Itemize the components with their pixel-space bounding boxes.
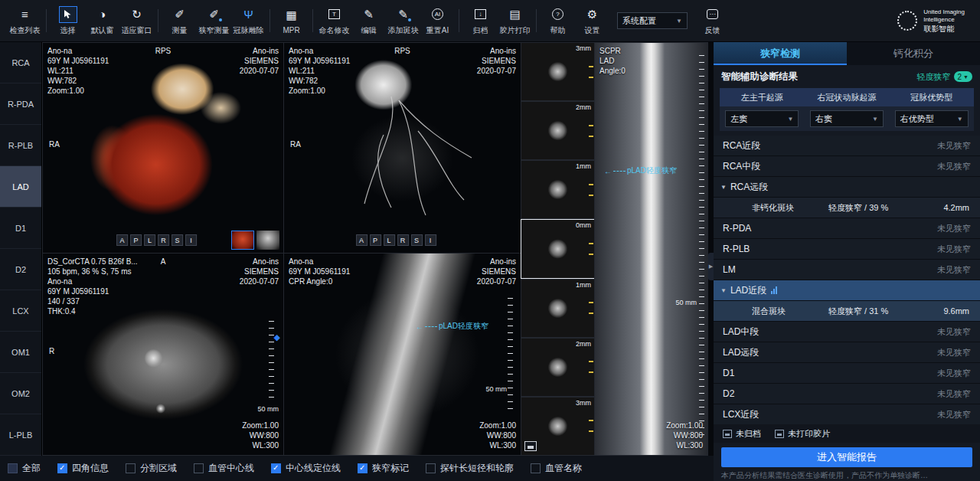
display-option-checkbox[interactable]: 狭窄标记 — [358, 462, 409, 475]
toolbar-label: 帮助 — [550, 25, 566, 36]
toolbar-help[interactable]: ? 帮助 — [541, 1, 575, 41]
display-option-checkbox[interactable]: 血管名称 — [531, 462, 582, 475]
segment-row[interactable]: ▼ RCA远段 — [714, 177, 980, 198]
tab-calcium-score[interactable]: 钙化积分 — [847, 42, 980, 65]
toolbar-archive[interactable]: ↓ 归档 — [463, 1, 498, 41]
dominance-select[interactable]: 右优势型 ▼ — [895, 110, 969, 127]
sidebar-vessel-item[interactable]: OM2 — [0, 373, 41, 414]
thumbnail-vr-heart[interactable] — [231, 231, 254, 250]
cross-section-cell[interactable]: 1mm — [521, 160, 595, 219]
toolbar-film-print[interactable]: ▤ 胶片打印 — [498, 1, 532, 41]
thumbnail-vr-bone[interactable] — [256, 231, 279, 250]
viewport-vessel-tree[interactable]: Ano-na 69Y M J05961191 WL:211 WW:782 Zoo… — [283, 42, 521, 254]
archive-status[interactable]: 未归档 — [723, 428, 761, 440]
orientation-button[interactable]: A — [356, 234, 368, 246]
segment-row[interactable]: ▼ LAD近段 — [714, 280, 980, 301]
cross-section-cell[interactable]: 2mm — [521, 101, 595, 160]
window-level: WL:211 — [47, 66, 109, 76]
cross-section-distance-label: 3mm — [576, 399, 591, 407]
sidebar-vessel-item[interactable]: D1 — [0, 208, 41, 249]
cross-section-cell[interactable]: 2mm — [521, 338, 595, 397]
sidebar-vessel-item[interactable]: L-PLB — [0, 414, 41, 456]
patient-name: Ano-na — [47, 276, 138, 286]
toolbar-stenosis-measure[interactable]: ✐ 狭窄测量 — [197, 1, 231, 41]
segment-row[interactable]: ▼ LCX近段 未见狭窄 — [714, 404, 980, 424]
segment-row[interactable]: ▼ 混合斑块 轻度狭窄 / 31 % 9.6mm — [714, 301, 980, 322]
toolbar-feedback[interactable]: ⋯ 反馈 — [695, 1, 730, 41]
viewport-info-topleft: Ano-na 69Y M J05961191 CPR Angle:0 — [289, 257, 350, 286]
orientation-button[interactable]: A — [116, 234, 128, 246]
display-option-checkbox[interactable]: 中心线定位线 — [271, 462, 341, 475]
display-option-checkbox[interactable]: 探针长短径和轮廓 — [426, 462, 514, 475]
viewport-cpr[interactable]: Ano-na 69Y M J05961191 CPR Angle:0 Ano-i… — [283, 253, 521, 456]
toolbar-settings[interactable]: ⚙ 设置 — [575, 1, 609, 41]
annotation-text: pLAD轻度狭窄 — [439, 321, 488, 332]
slice-locator-diamond-icon[interactable]: ◆ — [274, 332, 280, 342]
lm-origin-select[interactable]: 左窦 ▼ — [725, 110, 799, 127]
yellow-tick-marks — [589, 184, 593, 196]
orientation-button[interactable]: L — [144, 234, 155, 246]
system-config-select[interactable]: 系统配置 ▼ — [617, 12, 688, 29]
toolbar-reset-ai[interactable]: AI 重置AI — [420, 1, 455, 41]
orientation-label-top: A — [161, 257, 166, 267]
orientation-button[interactable]: P — [370, 234, 381, 246]
cross-section-cell[interactable]: 0mm — [521, 219, 595, 278]
segment-name: R-PDA — [714, 223, 751, 234]
sidebar-vessel-item[interactable]: LAD — [0, 166, 41, 208]
viewport-axial-ct[interactable]: DS_CorCTA 0.75 B26f B... 105 bpm, 36 % S… — [42, 253, 284, 456]
segment-row[interactable]: ▼ 非钙化斑块 轻度狭窄 / 39 % 4.2mm — [714, 198, 980, 218]
segment-row[interactable]: ▼ RCA近段 未见狭窄 — [714, 136, 980, 156]
cross-section-cell[interactable]: 1mm — [521, 279, 595, 338]
toolbar-edit[interactable]: ✎ 编辑 — [351, 1, 386, 41]
segment-status: 未见狭窄 — [937, 161, 980, 172]
toolbar-add-plaque[interactable]: ✎ 添加斑块 — [386, 1, 420, 41]
segment-row[interactable]: ▼ LAD远段 未见狭窄 — [714, 342, 980, 363]
viewport-straightened-cpr[interactable]: SCPR LAD Angle:0 ← pLAD轻度狭窄 50 mm Zoom:1… — [594, 42, 708, 456]
toolbar-exam-list[interactable]: ≡ 检查列表 — [8, 1, 42, 41]
cross-section-cell[interactable]: 3mm — [521, 42, 595, 101]
segment-row[interactable]: ▼ D2 未见狭窄 — [714, 384, 980, 404]
display-option-checkbox[interactable]: 全部 — [8, 462, 41, 475]
orientation-button[interactable]: P — [130, 234, 142, 246]
enter-report-button[interactable]: 进入智能报告 — [721, 447, 972, 467]
segment-row[interactable]: ▼ RCA中段 未见狭窄 — [714, 156, 980, 177]
toolbar-rename[interactable]: T 命名修改 — [317, 1, 351, 41]
toolbar-select-tool[interactable]: 选择 — [51, 1, 85, 41]
segment-row[interactable]: ▼ LAD中段 未见狭窄 — [714, 322, 980, 342]
toolbar-coronary-carve[interactable]: Ψ 冠脉雕除 — [231, 1, 266, 41]
sidebar-vessel-item[interactable]: LCX — [0, 290, 41, 332]
segment-row[interactable]: ▼ R-PLB 未见狭窄 — [714, 239, 980, 260]
sidebar-vessel-item[interactable]: OM1 — [0, 332, 41, 373]
film-print-status[interactable]: 未打印胶片 — [775, 428, 830, 440]
toolbar-mpr[interactable]: ▦ MPR — [274, 1, 309, 41]
sidebar-vessel-item[interactable]: R-PLB — [0, 125, 41, 166]
display-option-checkbox[interactable]: 血管中心线 — [194, 462, 254, 475]
panel-collapse-handle[interactable]: ▶ — [708, 253, 714, 280]
orientation-button[interactable]: R — [158, 234, 169, 246]
orientation-button[interactable]: S — [411, 234, 423, 246]
save-icon[interactable] — [524, 441, 537, 451]
orientation-button[interactable]: I — [425, 234, 436, 246]
orientation-button[interactable]: I — [185, 234, 197, 246]
sidebar-vessel-item[interactable]: D2 — [0, 249, 41, 290]
segment-row[interactable]: ▼ D1 未见狭窄 — [714, 363, 980, 384]
checkbox-label: 中心线定位线 — [286, 462, 341, 475]
segment-row[interactable]: ▼ R-PDA 未见狭窄 — [714, 218, 980, 239]
orientation-button[interactable]: R — [397, 234, 409, 246]
archive-status-text: 未归档 — [736, 428, 761, 440]
sidebar-vessel-item[interactable]: R-PDA — [0, 83, 41, 125]
scale-ruler — [699, 55, 704, 438]
toolbar-default-window[interactable]: ◑ 默认窗 — [85, 1, 119, 41]
toolbar-measure[interactable]: ✐ 测量 — [162, 1, 197, 41]
orientation-button[interactable]: S — [172, 234, 183, 246]
tab-stenosis-detection[interactable]: 狭窄检测 — [714, 42, 847, 65]
viewport-3d-vr[interactable]: Ano-na 69Y M J05961191 WL:211 WW:782 Zoo… — [42, 42, 284, 254]
display-option-checkbox[interactable]: 分割区域 — [126, 462, 177, 475]
orientation-button[interactable]: L — [384, 234, 395, 246]
segment-row[interactable]: ▼ LM 未见狭窄 — [714, 260, 980, 280]
rca-origin-select[interactable]: 右窦 ▼ — [810, 110, 884, 127]
stenosis-summary-badge[interactable]: 轻度狭窄 2 ▼ — [917, 71, 973, 83]
display-option-checkbox[interactable]: 四角信息 — [57, 462, 109, 475]
toolbar-fit-window[interactable]: ↻ 适应窗口 — [119, 1, 154, 41]
sidebar-vessel-item[interactable]: RCA — [0, 42, 41, 83]
